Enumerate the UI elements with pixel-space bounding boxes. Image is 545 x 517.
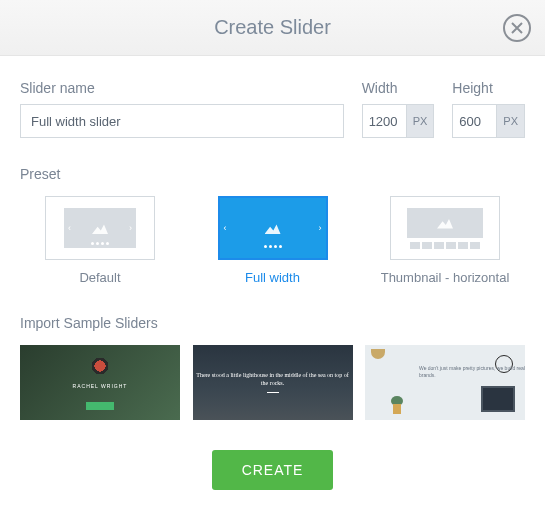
sample-title: RACHEL WRIGHT [73,383,128,389]
lamp-icon [371,349,385,359]
preset-thumbnail-preview [390,196,500,260]
create-button-wrap: CREATE [20,450,525,490]
preset-default[interactable]: ‹ › Default [20,196,180,285]
width-unit: PX [406,104,435,138]
width-group: Width PX [362,80,435,138]
height-input[interactable] [452,104,496,138]
image-icon [92,222,108,234]
modal-header: Create Slider [0,0,545,56]
chevron-left-icon: ‹ [68,223,71,233]
sample-cta [86,402,114,410]
modal-body: Slider name Width PX Height PX Preset ‹ [0,56,545,508]
chevron-left-icon: ‹ [224,223,227,233]
sample-photographer[interactable]: RACHEL WRIGHT [20,345,180,420]
preset-fullwidth[interactable]: ‹ › Full width [193,196,353,285]
form-row: Slider name Width PX Height PX [20,80,525,138]
sample-lighthouse[interactable]: There stood a little lighthouse in the m… [193,345,353,420]
pot-icon [393,404,401,414]
sample-title: There stood a little lighthouse in the m… [193,372,353,388]
slider-name-input[interactable] [20,104,344,138]
width-wrap: PX [362,104,435,138]
chevron-right-icon: › [129,223,132,233]
pagination-dots [91,242,109,245]
preset-default-preview: ‹ › [45,196,155,260]
slider-name-label: Slider name [20,80,344,96]
import-section-label: Import Sample Sliders [20,315,525,331]
preset-fullwidth-label: Full width [245,270,300,285]
preset-default-label: Default [79,270,120,285]
preset-thumbnail-label: Thumbnail - horizontal [381,270,510,285]
sample-office[interactable]: We don't just make pretty pictures, we b… [365,345,525,420]
sample-title: We don't just make pretty pictures, we b… [419,365,525,379]
preset-section-label: Preset [20,166,525,182]
height-unit: PX [496,104,525,138]
thumbnail-strip [410,242,480,249]
create-button[interactable]: CREATE [212,450,334,490]
close-icon [510,21,524,35]
sample-row: RACHEL WRIGHT There stood a little light… [20,345,525,420]
image-icon [437,217,453,229]
image-icon [265,222,281,234]
preset-fullwidth-preview: ‹ › [218,196,328,260]
height-wrap: PX [452,104,525,138]
height-group: Height PX [452,80,525,138]
width-label: Width [362,80,435,96]
modal-title: Create Slider [20,16,525,39]
height-label: Height [452,80,525,96]
slider-name-group: Slider name [20,80,344,138]
divider [267,392,279,393]
chevron-right-icon: › [319,223,322,233]
preset-row: ‹ › Default ‹ › Full width [20,196,525,285]
preset-thumbnail[interactable]: Thumbnail - horizontal [365,196,525,285]
width-input[interactable] [362,104,406,138]
pagination-dots [264,245,282,248]
close-button[interactable] [503,14,531,42]
